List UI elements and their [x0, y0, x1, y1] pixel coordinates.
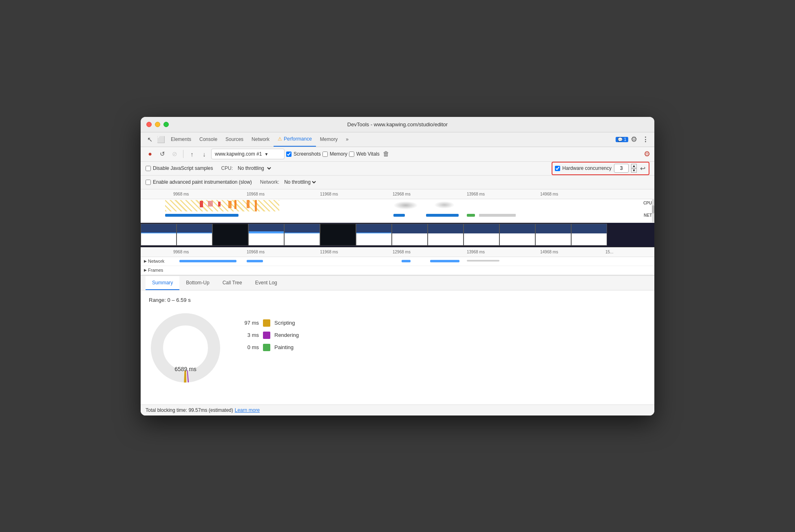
bottom-panel: Summary Bottom-Up Call Tree Event Log Ra… — [141, 276, 654, 404]
frames-track-label: ▶ Frames — [144, 268, 177, 273]
bottom-ruler-mark-5: 13968 ms — [467, 250, 485, 254]
devtools-settings-button[interactable]: ⚙ — [628, 134, 640, 145]
hw-concurrency-label[interactable]: Hardware concurrency — [555, 165, 612, 171]
legend-item-painting: 0 ms Painting — [238, 344, 299, 351]
timeline-area: 9968 ms 10968 ms 11968 ms 12968 ms 13968… — [141, 189, 654, 276]
screenshot-thumb[interactable] — [141, 224, 177, 246]
url-dropdown-icon[interactable]: ▼ — [264, 152, 268, 156]
memory-checkbox[interactable] — [322, 152, 328, 157]
close-button[interactable] — [146, 122, 152, 127]
ruler-mark-6: 14968 ms — [540, 192, 558, 196]
screenshot-thumb[interactable] — [177, 224, 212, 246]
options-row: Disable JavaScript samples CPU: No throt… — [141, 162, 654, 176]
scripting-color — [263, 319, 270, 327]
messages-badge[interactable]: 💬 1 — [616, 137, 628, 142]
enable-paint-label[interactable]: Enable advanced paint instrumentation (s… — [146, 179, 252, 185]
bottom-ruler-mark-2: 10968 ms — [247, 250, 265, 254]
timeline-scrollbar[interactable] — [652, 199, 654, 222]
timeline-scrollbar-thumb[interactable] — [652, 205, 654, 213]
performance-warning-icon: ⚠ — [278, 136, 282, 142]
disable-js-samples-label[interactable]: Disable JavaScript samples — [146, 165, 213, 171]
devtools-tab-bar: ↖ ⬜ Elements Console Sources Network ⚠ P… — [141, 132, 654, 147]
timeline-ruler-bottom: 9968 ms 10968 ms 11968 ms 12968 ms 13968… — [141, 247, 654, 257]
tab-console[interactable]: Console — [195, 132, 221, 147]
tab-more[interactable]: » — [342, 132, 353, 147]
screenshot-thumb[interactable] — [356, 224, 392, 246]
ruler-mark-5: 13968 ms — [467, 192, 485, 196]
cpu-throttling-select[interactable]: No throttling 4x slowdown 6x slowdown — [236, 165, 272, 171]
stop-button[interactable]: ⊘ — [169, 149, 180, 159]
tab-sources[interactable]: Sources — [221, 132, 247, 147]
record-button[interactable]: ● — [145, 149, 155, 159]
screenshot-thumb[interactable] — [464, 224, 499, 246]
upload-button[interactable]: ↑ — [187, 149, 197, 159]
screenshots-checkbox-label[interactable]: Screenshots — [286, 151, 321, 157]
maximize-button[interactable] — [163, 122, 169, 127]
disable-js-samples-checkbox[interactable] — [146, 166, 151, 171]
bottom-ruler-mark-7: 15... — [605, 250, 613, 254]
bottom-ruler-mark-1: 9968 ms — [173, 250, 189, 254]
network-throttling-select[interactable]: No throttling Fast 3G Slow 3G — [283, 179, 317, 185]
panel-tabs: Summary Bottom-Up Call Tree Event Log — [141, 276, 654, 290]
screenshot-thumb[interactable] — [428, 224, 464, 246]
hw-concurrency-input[interactable] — [614, 164, 629, 173]
legend-items: 97 ms Scripting 3 ms Rendering 0 ms Pain… — [238, 311, 299, 351]
tab-memory[interactable]: Memory — [316, 132, 342, 147]
frames-track-row: ▶ Frames — [141, 266, 654, 275]
range-text: Range: 0 – 6.59 s — [149, 297, 646, 303]
screenshot-thumb[interactable] — [284, 224, 320, 246]
reload-button[interactable]: ↺ — [157, 149, 168, 159]
delete-button[interactable]: 🗑 — [383, 150, 389, 158]
settings-gear-button[interactable]: ⚙ — [644, 149, 650, 158]
devtools-more-button[interactable]: ⋮ — [640, 134, 651, 145]
screenshot-thumb[interactable] — [535, 224, 571, 246]
enable-paint-checkbox[interactable] — [146, 180, 151, 185]
chart-legend-row: 6589 ms 97 ms Scripting 3 ms Rendering — [149, 311, 646, 385]
tab-summary[interactable]: Summary — [146, 276, 179, 290]
ruler-mark-3: 11968 ms — [320, 192, 338, 196]
hw-decrement-button[interactable]: ▼ — [631, 168, 637, 173]
cpu-net-section: CPU NET — [141, 199, 654, 223]
ruler-mark-2: 10968 ms — [247, 192, 265, 196]
tab-elements[interactable]: Elements — [167, 132, 195, 147]
network-bar-3 — [402, 260, 411, 262]
tab-performance[interactable]: ⚠ Performance — [274, 132, 316, 147]
toolbar-row: ● ↺ ⊘ ↑ ↓ www.kapwing.com #1 ▼ Screensho… — [141, 147, 654, 162]
web-vitals-checkbox[interactable] — [349, 152, 354, 157]
screenshot-thumb[interactable] — [499, 224, 535, 246]
divider-1 — [183, 150, 183, 158]
tab-call-tree[interactable]: Call Tree — [216, 276, 249, 290]
screenshot-thumb[interactable] — [212, 224, 248, 246]
ruler-mark-1: 9968 ms — [173, 192, 189, 196]
bottom-ruler-mark-3: 11968 ms — [320, 250, 338, 254]
track-collapse-icon[interactable]: ▶ — [144, 259, 147, 263]
tab-network[interactable]: Network — [247, 132, 274, 147]
screenshot-thumb[interactable] — [248, 224, 284, 246]
url-selector[interactable]: www.kapwing.com #1 ▼ — [211, 149, 285, 159]
hw-concurrency-checkbox[interactable] — [555, 166, 560, 171]
download-button[interactable]: ↓ — [199, 149, 210, 159]
web-vitals-checkbox-label[interactable]: Web Vitals — [349, 151, 380, 157]
tab-event-log[interactable]: Event Log — [249, 276, 284, 290]
inspect-box-button[interactable]: ⬜ — [155, 134, 167, 145]
devtools-window: DevTools - www.kapwing.com/studio/editor… — [141, 117, 654, 415]
hw-increment-button[interactable]: ▲ — [631, 164, 637, 168]
frames-expand-icon[interactable]: ▶ — [144, 268, 147, 272]
status-text: Total blocking time: 99.57ms (estimated) — [146, 407, 233, 413]
screenshots-strip — [141, 223, 654, 247]
hw-concurrency-spinners: ▲ ▼ — [631, 164, 637, 173]
bottom-ruler-mark-4: 12968 ms — [393, 250, 411, 254]
messages-icon: 💬 — [618, 137, 623, 142]
screenshots-checkbox[interactable] — [286, 152, 292, 157]
minimize-button[interactable] — [155, 122, 160, 127]
pointer-tool-button[interactable]: ↖ — [144, 134, 155, 145]
status-bar: Total blocking time: 99.57ms (estimated)… — [141, 404, 654, 415]
screenshot-thumb[interactable] — [320, 224, 356, 246]
learn-more-link[interactable]: Learn more — [235, 407, 260, 413]
hw-undo-button[interactable]: ↩ — [639, 164, 646, 173]
screenshot-thumb[interactable] — [392, 224, 428, 246]
window-title: DevTools - www.kapwing.com/studio/editor — [347, 121, 448, 128]
tab-bottom-up[interactable]: Bottom-Up — [179, 276, 216, 290]
screenshot-thumb[interactable] — [571, 224, 607, 246]
memory-checkbox-label[interactable]: Memory — [322, 151, 347, 157]
